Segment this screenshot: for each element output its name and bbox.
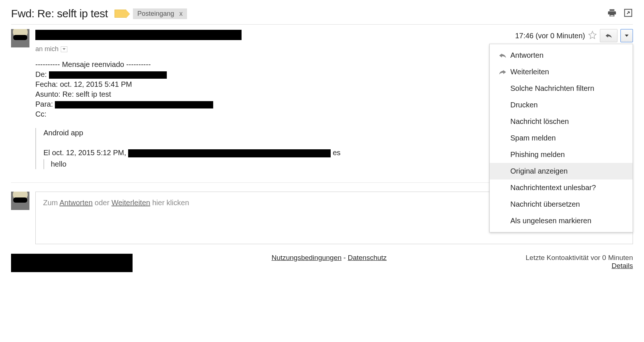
menu-item-spam-melden[interactable]: Spam melden [490, 130, 633, 146]
print-all-button[interactable] [607, 8, 617, 19]
menu-item-nachricht-l-schen[interactable]: Nachricht löschen [490, 113, 633, 130]
star-button[interactable] [588, 31, 597, 41]
show-details-toggle[interactable] [61, 46, 67, 52]
menu-item-original-anzeigen[interactable]: Original anzeigen [490, 163, 633, 179]
sender-line: 17:46 (vor 0 Minuten) AntwortenWeiterlei… [35, 29, 633, 42]
sender-name-redacted [35, 30, 242, 40]
message: 17:46 (vor 0 Minuten) AntwortenWeiterlei… [11, 29, 633, 169]
more-actions-menu: AntwortenWeiterleitenSolche Nachrichten … [489, 44, 633, 232]
forward-icon [499, 69, 510, 75]
de-redacted [49, 71, 167, 79]
reply-link[interactable]: Antworten [59, 199, 92, 207]
activity-details-link[interactable]: Details [612, 262, 633, 270]
menu-item-label: Drucken [510, 101, 538, 109]
menu-item-phishing-melden[interactable]: Phishing melden [490, 146, 633, 163]
menu-item-nachricht-bersetzen[interactable]: Nachricht übersetzen [490, 196, 633, 213]
footer-links: Nutzungsbedingungen - Datenschutz [133, 254, 526, 262]
to-line-text: an mich [35, 45, 59, 53]
menu-item-drucken[interactable]: Drucken [490, 97, 633, 113]
conversation-header: Fwd: Re: selft ip test Posteingang x [11, 7, 633, 25]
reply-icon [499, 53, 510, 58]
label-pill-text: Posteingang [137, 10, 174, 18]
privacy-link[interactable]: Datenschutz [348, 254, 387, 261]
menu-item-nachrichtentext-unlesbar-[interactable]: Nachrichtentext unlesbar? [490, 179, 633, 196]
remove-label-icon[interactable]: x [179, 10, 183, 18]
menu-item-als-ungelesen-markieren[interactable]: Als ungelesen markieren [490, 213, 633, 229]
label-pill-inbox[interactable]: Posteingang x [133, 8, 187, 19]
caret-down-icon [625, 35, 629, 37]
menu-item-solche-nachrichten-filtern[interactable]: Solche Nachrichten filtern [490, 80, 633, 97]
menu-item-label: Spam melden [510, 134, 556, 142]
footer-redacted [11, 254, 133, 272]
popout-button[interactable] [623, 8, 633, 19]
footer-activity: Letzte Kontoaktivität vor 0 Minuten Deta… [526, 254, 633, 270]
menu-item-label: Antworten [510, 51, 543, 60]
para-redacted [55, 101, 213, 108]
menu-item-label: Nachricht übersetzen [510, 200, 580, 209]
menu-item-label: Als ungelesen markieren [510, 217, 591, 225]
inline-redacted [128, 149, 331, 157]
sender-avatar[interactable] [11, 29, 29, 47]
terms-link[interactable]: Nutzungsbedingungen [271, 254, 341, 261]
important-marker-icon[interactable] [115, 10, 126, 18]
more-actions-button[interactable] [620, 29, 633, 42]
menu-item-label: Nachrichtentext unlesbar? [510, 184, 596, 192]
timestamp: 17:46 (vor 0 Minuten) [515, 32, 585, 40]
forward-link[interactable]: Weiterleiten [112, 199, 150, 207]
menu-item-label: Nachricht löschen [510, 117, 569, 126]
subject: Fwd: Re: selft ip test [11, 7, 108, 20]
menu-item-label: Weiterleiten [510, 68, 549, 76]
menu-item-antworten[interactable]: Antworten [490, 47, 633, 64]
my-avatar [11, 192, 29, 210]
menu-item-label: Original anzeigen [510, 167, 568, 175]
activity-text: Letzte Kontoaktivität vor 0 Minuten [526, 254, 633, 262]
reply-button[interactable] [600, 29, 617, 42]
menu-item-label: Phishing melden [510, 150, 565, 159]
footer: Nutzungsbedingungen - Datenschutz Letzte… [11, 254, 633, 272]
menu-item-weiterleiten[interactable]: Weiterleiten [490, 64, 633, 80]
menu-item-label: Solche Nachrichten filtern [510, 84, 594, 93]
